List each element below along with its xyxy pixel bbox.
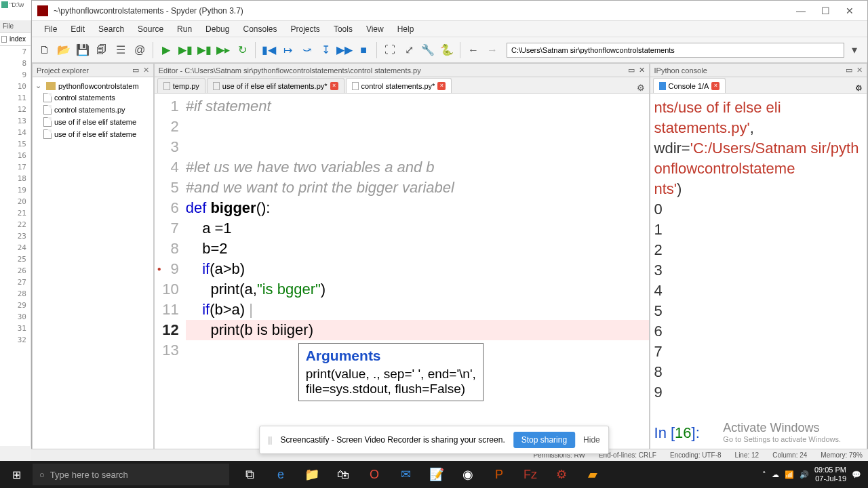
- maximize-pane-icon[interactable]: ⛶: [381, 41, 399, 59]
- save-icon[interactable]: 💾: [74, 41, 92, 59]
- run-cell-icon[interactable]: ▶▮: [176, 41, 194, 59]
- editor-tab-active[interactable]: control statements.py*×: [346, 78, 452, 93]
- store-icon[interactable]: 🛍: [328, 461, 358, 488]
- preferences-icon[interactable]: 🔧: [419, 41, 437, 59]
- wifi-icon[interactable]: 📶: [785, 470, 794, 479]
- working-dir-input[interactable]: [507, 43, 844, 58]
- opera-icon[interactable]: O: [359, 461, 389, 488]
- path-dropdown-icon[interactable]: ▾: [846, 41, 863, 59]
- rerun-icon[interactable]: ↻: [233, 41, 251, 59]
- edge-icon[interactable]: e: [266, 461, 296, 488]
- menu-help[interactable]: Help: [391, 24, 421, 34]
- pane-options-icon[interactable]: ▭: [132, 66, 139, 74]
- powerpoint-icon[interactable]: P: [484, 461, 514, 488]
- hide-button[interactable]: Hide: [583, 435, 600, 445]
- run-icon[interactable]: ▶: [157, 41, 175, 59]
- menu-run[interactable]: Run: [170, 24, 199, 34]
- save-all-icon[interactable]: 🗐: [93, 41, 111, 59]
- close-button[interactable]: ✕: [837, 1, 862, 20]
- close-pane-icon[interactable]: ✕: [143, 66, 149, 74]
- debug-into-icon[interactable]: ↧: [317, 41, 334, 59]
- screencast-banner: || Screencastify - Screen Video Recorder…: [259, 426, 609, 454]
- project-root-folder[interactable]: ⌄ pythonflowcontrolstatem: [35, 80, 151, 92]
- background-window-title: "D:\w: [0, 0, 31, 20]
- run-cell-advance-icon[interactable]: ▶▮: [195, 41, 213, 59]
- task-view-icon[interactable]: ⧉: [235, 461, 264, 488]
- at-icon[interactable]: @: [131, 41, 149, 59]
- file-icon: [43, 105, 52, 115]
- sublime-icon[interactable]: ▰: [578, 461, 608, 488]
- menu-debug[interactable]: Debug: [199, 24, 236, 34]
- menu-tools[interactable]: Tools: [327, 24, 359, 34]
- console-icon: [659, 82, 666, 90]
- windows-activation-watermark: Activate Windows Go to Settings to activ…: [723, 421, 841, 443]
- python-path-icon[interactable]: 🐍: [438, 41, 456, 59]
- console-tab[interactable]: Console 1/A×: [653, 78, 726, 93]
- tray-chevron-icon[interactable]: ˄: [762, 470, 766, 479]
- tooltip-body: file=sys.stdout, flush=False): [306, 382, 476, 396]
- tooltip-title: Arguments: [306, 348, 476, 364]
- menu-edit[interactable]: Edit: [64, 24, 92, 34]
- gear-icon[interactable]: ⚙: [637, 83, 645, 93]
- debug-step-icon[interactable]: ▮◀: [260, 41, 277, 59]
- file-icon: [352, 82, 359, 90]
- new-file-icon[interactable]: 🗋: [36, 41, 54, 59]
- menu-consoles[interactable]: Consoles: [236, 24, 283, 34]
- notification-icon[interactable]: 💬: [852, 470, 861, 479]
- debug-play-icon[interactable]: ↦: [279, 41, 296, 59]
- editor-tab[interactable]: temp.py: [157, 78, 205, 93]
- pane-options-icon[interactable]: ▭: [628, 66, 635, 74]
- code-body[interactable]: #if statement #let us we have two variab…: [186, 94, 649, 459]
- menu-file[interactable]: File: [37, 24, 64, 34]
- project-explorer-title: Project explorer: [37, 66, 89, 75]
- console-title: IPython console: [654, 66, 707, 75]
- notepad-icon[interactable]: 📝: [422, 461, 452, 488]
- menubar: File Edit Search Source Run Debug Consol…: [32, 21, 867, 37]
- tree-file-item[interactable]: use of if else elif stateme: [35, 128, 151, 140]
- run-selection-icon[interactable]: ▶▸: [214, 41, 232, 59]
- volume-icon[interactable]: 🔊: [800, 470, 809, 479]
- system-tray[interactable]: ˄ ☁ 📶 🔊 09:05 PM 07-Jul-19 💬: [755, 466, 868, 483]
- explorer-icon[interactable]: 📁: [297, 461, 327, 488]
- menu-view[interactable]: View: [359, 24, 391, 34]
- stop-sharing-button[interactable]: Stop sharing: [513, 432, 575, 448]
- tab-close-icon[interactable]: ×: [330, 82, 338, 90]
- filezilla-icon[interactable]: Fz: [515, 461, 545, 488]
- tree-file-item[interactable]: use of if else elif stateme: [35, 116, 151, 128]
- tab-close-icon[interactable]: ×: [711, 82, 719, 90]
- start-button[interactable]: ⊞: [0, 461, 33, 488]
- editor-tab[interactable]: use of if else elif statements.py*×: [207, 78, 344, 93]
- maximize-button[interactable]: ☐: [813, 1, 837, 20]
- close-pane-icon[interactable]: ✕: [639, 66, 645, 74]
- tree-file-item[interactable]: control statements.py: [35, 104, 151, 116]
- spyder-taskbar-icon[interactable]: ⚙: [547, 461, 576, 488]
- tab-close-icon[interactable]: ×: [437, 82, 446, 90]
- list-icon[interactable]: ☰: [112, 41, 130, 59]
- console-output[interactable]: nts/use of if else eli statements.py', w…: [650, 94, 867, 459]
- menu-projects[interactable]: Projects: [284, 24, 327, 34]
- menu-source[interactable]: Source: [131, 24, 170, 34]
- chevron-down-icon: ⌄: [35, 81, 43, 90]
- gear-icon[interactable]: ⚙: [855, 83, 863, 93]
- spyder-app-icon: [37, 5, 48, 16]
- forward-icon[interactable]: →: [484, 41, 501, 59]
- chrome-icon[interactable]: ◉: [453, 461, 483, 488]
- tree-file-item[interactable]: control statements: [35, 92, 151, 104]
- onedrive-icon[interactable]: ☁: [772, 470, 779, 479]
- project-explorer-panel: Project explorer ▭✕ ⌄ pythonflowcontrols…: [32, 63, 154, 460]
- code-editor[interactable]: 12345678910111213 #if statement #let us …: [155, 94, 649, 459]
- minimize-button[interactable]: —: [789, 1, 813, 20]
- back-icon[interactable]: ←: [465, 41, 482, 59]
- pane-options-icon[interactable]: ▭: [846, 66, 852, 74]
- close-pane-icon[interactable]: ✕: [856, 66, 863, 74]
- debug-over-icon[interactable]: ⤻: [298, 41, 315, 59]
- folder-icon: [46, 82, 56, 90]
- taskbar-clock[interactable]: 09:05 PM 07-Jul-19: [814, 466, 846, 483]
- menu-search[interactable]: Search: [92, 24, 131, 34]
- taskbar-search[interactable]: ○ Type here to search: [33, 464, 229, 485]
- mail-icon[interactable]: ✉: [391, 461, 420, 488]
- fullscreen-icon[interactable]: ⤢: [400, 41, 418, 59]
- debug-stop-icon[interactable]: ■: [355, 41, 372, 59]
- open-file-icon[interactable]: 📂: [55, 41, 73, 59]
- debug-continue-icon[interactable]: ▶▶: [336, 41, 353, 59]
